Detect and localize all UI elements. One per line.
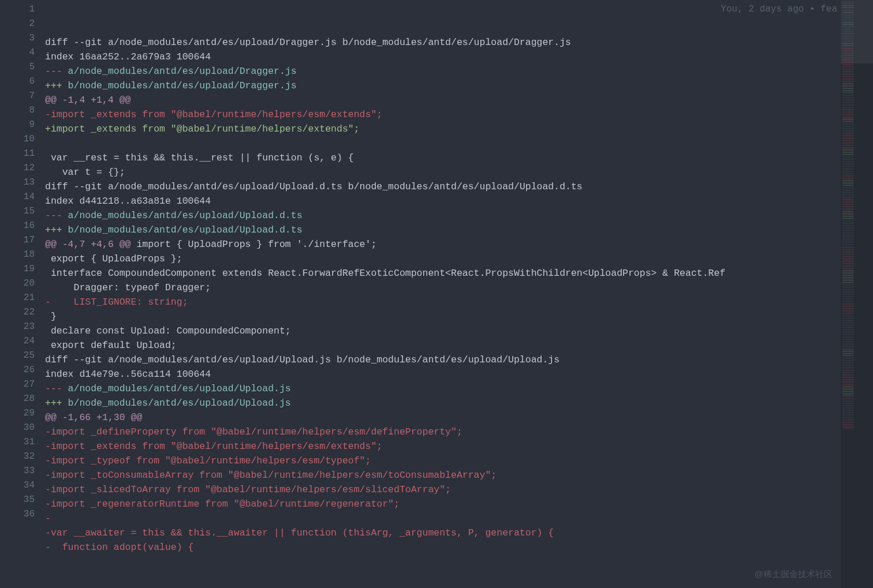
code-line[interactable]: -import _regeneratorRuntime from "@babel… (45, 497, 873, 511)
code-token: b/node_modules/antd/es/upload/Upload.js (68, 398, 291, 409)
code-token: diff --git a/node_modules/antd/es/upload… (45, 354, 559, 365)
line-number: 32 (0, 450, 45, 464)
code-line[interactable]: diff --git a/node_modules/antd/es/upload… (45, 353, 873, 367)
code-line[interactable]: export { UploadProps }; (45, 252, 873, 266)
code-line[interactable]: index d441218..a63a81e 100644 (45, 194, 873, 208)
line-number: 35 (0, 493, 45, 507)
line-number: 31 (0, 435, 45, 450)
code-token: index 16aa252..2a679a3 100644 (45, 51, 211, 62)
code-token: - (45, 513, 51, 524)
code-line[interactable]: @@ -1,66 +1,30 @@ (45, 410, 873, 425)
code-token: +++ (45, 398, 68, 409)
minimap-viewport[interactable] (841, 0, 873, 63)
code-line[interactable]: -var __awaiter = this && this.__awaiter … (45, 526, 873, 540)
line-number: 1 (0, 2, 45, 17)
code-token: +++ (45, 80, 68, 91)
code-token: export { UploadProps }; (45, 253, 182, 264)
line-number: 8 (0, 103, 45, 118)
code-line[interactable]: +++ b/node_modules/antd/es/upload/Dragge… (45, 78, 873, 93)
code-token: var t = {}; (45, 167, 125, 178)
code-token: export default Upload; (45, 340, 177, 351)
code-token: -var __awaiter = this && this.__awaiter … (45, 527, 554, 538)
code-token: index d14e79e..56ca114 100644 (45, 369, 211, 380)
line-number: 4 (0, 46, 45, 60)
code-line[interactable]: - LIST_IGNORE: string; (45, 295, 873, 309)
code-line[interactable]: diff --git a/node_modules/antd/es/upload… (45, 179, 873, 194)
code-token: a/node_modules/antd/es/upload/Upload.d.t… (68, 210, 303, 221)
code-line[interactable]: --- a/node_modules/antd/es/upload/Dragge… (45, 64, 873, 78)
code-line[interactable]: - function adopt(value) { (45, 540, 873, 555)
code-token: -import _extends from "@babel/runtime/he… (45, 109, 382, 120)
code-token: a/node_modules/antd/es/upload/Dragger.js (68, 66, 297, 77)
code-line[interactable]: --- a/node_modules/antd/es/upload/Upload… (45, 208, 873, 223)
line-number: 9 (0, 118, 45, 132)
code-line[interactable] (45, 136, 873, 151)
code-line[interactable]: var __rest = this && this.__rest || func… (45, 151, 873, 165)
code-line[interactable]: -import _extends from "@babel/runtime/he… (45, 439, 873, 454)
code-line[interactable]: - (45, 511, 873, 526)
code-line[interactable]: @@ -4,7 +4,6 @@ import { UploadProps } f… (45, 237, 873, 252)
code-editor: 1234567891011121314151617181920212223242… (0, 0, 873, 588)
watermark-text: @稀土掘金技术社区 (755, 569, 833, 580)
code-line[interactable]: --- a/node_modules/antd/es/upload/Upload… (45, 381, 873, 396)
line-number: 5 (0, 60, 45, 74)
code-token: +import _extends from "@babel/runtime/he… (45, 123, 360, 134)
code-token: @@ -4,7 +4,6 @@ (45, 239, 131, 250)
code-token: @@ -1,4 +1,4 @@ (45, 95, 131, 106)
code-line[interactable]: export default Upload; (45, 338, 873, 353)
line-number: 13 (0, 175, 45, 190)
code-token: -import _toConsumableArray from "@babel/… (45, 470, 497, 481)
line-number: 10 (0, 132, 45, 147)
code-line[interactable]: interface CompoundedComponent extends Re… (45, 266, 873, 280)
line-number: 7 (0, 89, 45, 103)
code-line[interactable]: diff --git a/node_modules/antd/es/upload… (45, 35, 873, 50)
line-number: 3 (0, 31, 45, 46)
code-token: diff --git a/node_modules/antd/es/upload… (45, 37, 571, 48)
line-number: 28 (0, 392, 45, 406)
code-line[interactable]: @@ -1,4 +1,4 @@ (45, 93, 873, 107)
code-line[interactable]: -import _extends from "@babel/runtime/he… (45, 107, 873, 122)
code-line[interactable]: +++ b/node_modules/antd/es/upload/Upload… (45, 396, 873, 410)
line-number: 34 (0, 478, 45, 493)
code-line[interactable]: +import _extends from "@babel/runtime/he… (45, 122, 873, 136)
code-line[interactable]: -import _slicedToArray from "@babel/runt… (45, 482, 873, 497)
code-line[interactable]: Dragger: typeof Dragger; (45, 280, 873, 295)
line-number-gutter: 1234567891011121314151617181920212223242… (0, 0, 45, 588)
line-number: 23 (0, 320, 45, 334)
line-number: 18 (0, 248, 45, 262)
line-number: 30 (0, 421, 45, 435)
line-number: 24 (0, 334, 45, 349)
line-number: 16 (0, 219, 45, 233)
code-line[interactable]: var t = {}; (45, 165, 873, 179)
code-line[interactable]: -import _toConsumableArray from "@babel/… (45, 468, 873, 482)
line-number: 19 (0, 262, 45, 276)
code-line[interactable]: } (45, 309, 873, 324)
code-token: b/node_modules/antd/es/upload/Dragger.js (68, 80, 297, 91)
code-line[interactable]: index d14e79e..56ca114 100644 (45, 367, 873, 381)
line-number: 22 (0, 305, 45, 320)
code-token: - function adopt(value) { (45, 542, 193, 553)
line-number: 2 (0, 17, 45, 31)
line-number: 20 (0, 276, 45, 291)
code-area[interactable]: You, 2 days ago • fea diff --git a/node_… (45, 0, 873, 588)
code-token (45, 138, 51, 149)
code-line[interactable]: -import _defineProperty from "@babel/run… (45, 425, 873, 439)
code-token: var __rest = this && this.__rest || func… (45, 152, 354, 163)
line-number: 14 (0, 190, 45, 204)
code-line[interactable]: index 16aa252..2a679a3 100644 (45, 50, 873, 64)
minimap[interactable]: ━━━━━━━━━━━━━━━━━━━━━━━━━━━━━━━━━━━━━━━━… (841, 0, 873, 588)
code-token: @@ -1,66 +1,30 @@ (45, 412, 142, 423)
line-number: 12 (0, 161, 45, 175)
code-line[interactable]: declare const Upload: CompoundedComponen… (45, 324, 873, 338)
line-number: 36 (0, 507, 45, 522)
line-number: 6 (0, 74, 45, 89)
code-line[interactable]: +++ b/node_modules/antd/es/upload/Upload… (45, 223, 873, 237)
code-token: declare const Upload: CompoundedComponen… (45, 325, 291, 336)
code-line[interactable]: -import _typeof from "@babel/runtime/hel… (45, 454, 873, 468)
line-number: 11 (0, 147, 45, 161)
code-token: Dragger: typeof Dragger; (45, 282, 211, 293)
code-token: -import _regeneratorRuntime from "@babel… (45, 499, 400, 510)
code-token: -import _slicedToArray from "@babel/runt… (45, 484, 451, 495)
code-token: +++ (45, 224, 68, 235)
code-token: -import _typeof from "@babel/runtime/hel… (45, 455, 371, 466)
